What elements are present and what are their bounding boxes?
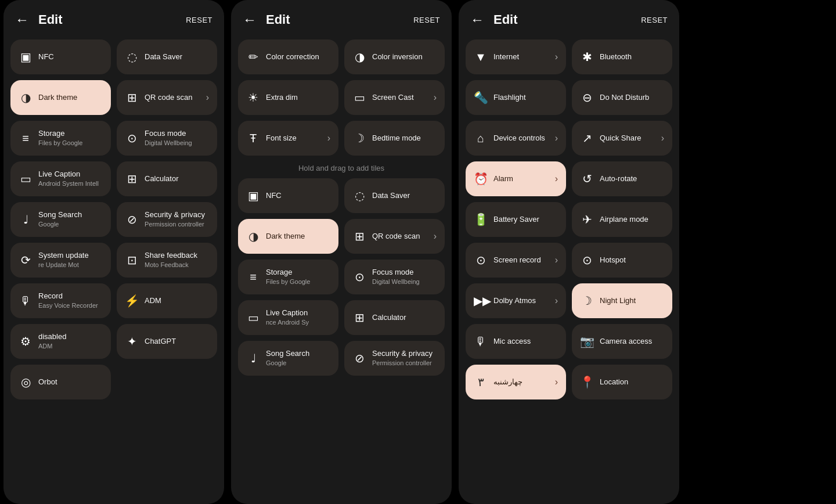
tile-storage[interactable]: ≡StorageFiles by Google bbox=[10, 121, 111, 156]
song-search-icon: ♩ bbox=[19, 213, 33, 226]
chevron-right-icon: › bbox=[434, 231, 437, 242]
tile-battery-saver[interactable]: 🔋Battery Saver bbox=[466, 202, 566, 237]
tile-system-update[interactable]: ⟳System updatere Update Mot bbox=[10, 243, 111, 278]
tile-storage[interactable]: ≡StorageFiles by Google bbox=[238, 260, 338, 294]
tile-color-correction[interactable]: ✏Color correction bbox=[238, 39, 338, 74]
tile-auto-rotate[interactable]: ↺Auto-rotate bbox=[572, 161, 672, 196]
tile-device-controls[interactable]: ⌂Device controls› bbox=[466, 121, 566, 156]
panel-2-add-grid: ▣NFC◌Data Saver◑Dark theme⊞QR code scan›… bbox=[238, 178, 445, 376]
tile-location[interactable]: 📍Location bbox=[572, 365, 672, 399]
tile-label: Flashlight bbox=[493, 93, 558, 103]
tile-do-not-disturb[interactable]: ⊖Do Not Disturb bbox=[572, 80, 672, 115]
tile-sublabel: Easy Voice Recorder bbox=[38, 301, 103, 309]
tile-bedtime-mode[interactable]: ☽Bedtime mode bbox=[344, 121, 445, 156]
tile-label: Dark theme bbox=[266, 232, 330, 242]
tile-color-inversion[interactable]: ◑Color inversion bbox=[344, 39, 445, 74]
battery-saver-icon: 🔋 bbox=[474, 213, 488, 226]
chevron-right-icon: › bbox=[555, 52, 558, 62]
tile-label: Airplane mode bbox=[600, 215, 664, 225]
tile-live-caption[interactable]: ▭Live Captionnce Android Sy bbox=[238, 300, 338, 335]
tile-nfc[interactable]: ▣NFC bbox=[10, 39, 111, 74]
tile-hotspot[interactable]: ⊙Hotspot bbox=[572, 243, 672, 278]
tile-calculator[interactable]: ⊞Calculator bbox=[117, 161, 217, 196]
tile-focus-mode[interactable]: ⊙Focus modeDigital Wellbeing bbox=[117, 121, 217, 156]
flashlight-icon: 🔦 bbox=[474, 91, 488, 105]
tile-camera-access[interactable]: 📷Camera access bbox=[572, 324, 672, 359]
tile-label: Data Saver bbox=[372, 191, 437, 201]
tile-label: QR code scan bbox=[372, 232, 428, 242]
tile-song-search[interactable]: ♩Song SearchGoogle bbox=[238, 341, 338, 376]
tile-sublabel: Moto Feedback bbox=[145, 261, 209, 269]
tile-dark-theme[interactable]: ◑Dark theme bbox=[10, 80, 111, 115]
panel-3-back-button[interactable]: ← bbox=[470, 12, 484, 28]
tile-flashlight[interactable]: 🔦Flashlight bbox=[466, 80, 566, 115]
tile-dark-theme[interactable]: ◑Dark theme bbox=[238, 219, 338, 254]
tile-disabled[interactable]: ⚙disabledADM bbox=[10, 324, 111, 359]
tile-internet[interactable]: ▼Internet› bbox=[466, 39, 566, 74]
tile-label: Storage bbox=[38, 129, 103, 139]
tile-label: ADM bbox=[145, 296, 209, 306]
tile-alarm[interactable]: ⏰Alarm› bbox=[466, 161, 566, 196]
tile-font-size[interactable]: ŦFont size› bbox=[238, 121, 338, 156]
tile-security-&-privacy[interactable]: ⊘Security & privacyPermission controller bbox=[344, 341, 445, 376]
tile-screen-record[interactable]: ⊙Screen record› bbox=[466, 243, 566, 278]
panel-1-tiles-grid: ▣NFC◌Data Saver◑Dark theme⊞QR code scan›… bbox=[10, 39, 217, 399]
tile-orbot[interactable]: ◎Orbot bbox=[10, 365, 111, 399]
tile-label: Dark theme bbox=[38, 93, 103, 103]
auto-rotate-icon: ↺ bbox=[580, 172, 594, 186]
panel-1-back-button[interactable]: ← bbox=[15, 12, 29, 28]
night-light-icon: ☽ bbox=[580, 294, 594, 308]
panel-2-back-button[interactable]: ← bbox=[243, 12, 257, 28]
hotspot-icon: ⊙ bbox=[580, 253, 594, 267]
tile-label: Location bbox=[600, 377, 664, 387]
bedtime-mode-icon: ☽ bbox=[352, 131, 366, 145]
tile-calculator[interactable]: ⊞Calculator bbox=[344, 300, 445, 335]
tile-label: Bluetooth bbox=[600, 52, 664, 62]
live-caption-icon: ▭ bbox=[246, 311, 260, 325]
tile-security-&-privacy[interactable]: ⊘Security & privacyPermission controller bbox=[117, 202, 217, 237]
tile-bluetooth[interactable]: ✱Bluetooth bbox=[572, 39, 672, 74]
tile-label: Dolby Atmos bbox=[493, 296, 549, 306]
panel-2-reset-button[interactable]: RESET bbox=[413, 16, 440, 24]
disabled-icon: ⚙ bbox=[19, 334, 33, 348]
tile-quick-share[interactable]: ↗Quick Share› bbox=[572, 121, 672, 156]
tile-mic-access[interactable]: 🎙Mic access bbox=[466, 324, 566, 359]
tile-screen-cast[interactable]: ▭Screen Cast› bbox=[344, 80, 445, 115]
tile-sublabel: Google bbox=[266, 359, 330, 367]
calculator-icon: ⊞ bbox=[352, 311, 366, 325]
tile-focus-mode[interactable]: ⊙Focus modeDigital Wellbeing bbox=[344, 260, 445, 294]
tile-label: Auto-rotate bbox=[600, 174, 664, 184]
tile-label: Data Saver bbox=[145, 52, 209, 62]
tile-data-saver[interactable]: ◌Data Saver bbox=[117, 39, 217, 74]
tile-night-light[interactable]: ☽Night Light bbox=[572, 283, 672, 318]
tile-nfc[interactable]: ▣NFC bbox=[238, 178, 338, 213]
tile-data-saver[interactable]: ◌Data Saver bbox=[344, 178, 445, 213]
tile-sublabel: Digital Wellbeing bbox=[372, 278, 437, 286]
panel-3-reset-button[interactable]: RESET bbox=[641, 16, 668, 24]
tile-adm[interactable]: ⚡ADM bbox=[117, 283, 217, 318]
chevron-right-icon: › bbox=[555, 133, 558, 143]
tile-label: Focus mode bbox=[372, 268, 437, 278]
tile-sublabel: Android System Intell bbox=[38, 179, 103, 188]
tile-چهارشنبه[interactable]: ٣چهارشنبه› bbox=[466, 365, 566, 399]
tile-airplane-mode[interactable]: ✈Airplane mode bbox=[572, 202, 672, 237]
tile-record[interactable]: 🎙RecordEasy Voice Recorder bbox=[10, 283, 111, 318]
screen-cast-icon: ▭ bbox=[352, 91, 366, 105]
panel-1-reset-button[interactable]: RESET bbox=[186, 16, 212, 24]
tile-dolby-atmos[interactable]: ▶▶Dolby Atmos› bbox=[466, 283, 566, 318]
tile-sublabel: Google bbox=[38, 220, 103, 228]
tile-label: Live Caption bbox=[266, 308, 330, 318]
tile-share-feedback[interactable]: ⊡Share feedbackMoto Feedback bbox=[117, 243, 217, 278]
tile-sublabel: nce Android Sy bbox=[266, 318, 330, 326]
location-icon: 📍 bbox=[580, 375, 594, 389]
tile-label: Device controls bbox=[493, 134, 549, 143]
adm-icon: ⚡ bbox=[125, 294, 139, 308]
panel-2-content: ✏Color correction◑Color inversion☀Extra … bbox=[231, 37, 452, 504]
tile-qr-code-scan[interactable]: ⊞QR code scan› bbox=[117, 80, 217, 115]
tile-label: Calculator bbox=[145, 174, 209, 184]
tile-extra-dim[interactable]: ☀Extra dim bbox=[238, 80, 338, 115]
tile-song-search[interactable]: ♩Song SearchGoogle bbox=[10, 202, 111, 237]
tile-live-caption[interactable]: ▭Live CaptionAndroid System Intell bbox=[10, 161, 111, 196]
tile-qr-code-scan[interactable]: ⊞QR code scan› bbox=[344, 219, 445, 254]
tile-chatgpt[interactable]: ✦ChatGPT bbox=[117, 324, 217, 359]
